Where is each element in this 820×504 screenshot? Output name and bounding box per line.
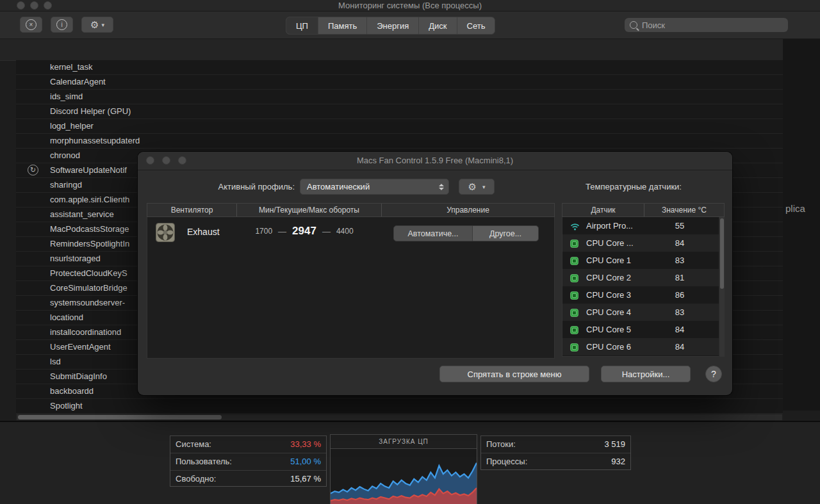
activity-monitor-toolbar: × i ⚙ ▾ ЦП Память Энергия Диск Сеть Поис… [0,12,820,39]
process-name: nsurlstoraged [50,254,101,263]
activity-monitor-titlebar: Мониторинг системы (Все процессы) [0,0,820,12]
process-name: SubmitDiagInfo [50,371,107,381]
cpu-chip-icon [570,325,580,334]
value-column-header[interactable]: Значение °C [644,204,724,216]
fan-rpm-values: 1700 — 2947 — 4400 [231,225,378,238]
sensor-name: CPU Core 2 [586,273,631,282]
sensor-column-header[interactable]: Датчик [562,204,644,216]
process-name: systemsoundserver- [50,298,125,307]
cpu-load-box: ЗАГРУЗКА ЦП [330,434,477,504]
cpu-load-chart [331,449,477,504]
minimize-window-button[interactable] [30,1,38,10]
custom-control-button[interactable]: Другое... [473,225,539,241]
cpu-chip-icon [570,343,580,352]
sensor-value: 81 [644,273,715,282]
inspect-process-button[interactable]: i [51,17,73,33]
threads-value: 3 519 [604,439,625,449]
process-row[interactable]: ids_simd [16,90,783,104]
help-button[interactable]: ? [705,366,722,382]
tab-disk[interactable]: Диск [419,17,457,34]
sensor-row[interactable]: CPU Core 386 [562,286,724,304]
window-title: Мониторинг системы (Все процессы) [0,0,820,11]
tab-memory[interactable]: Память [318,17,367,34]
scrollbar-thumb[interactable] [18,415,222,419]
sensor-value: 83 [644,307,715,317]
system-label: Система: [176,439,211,449]
search-placeholder: Поиск [642,20,665,30]
cpu-chip-icon [570,256,580,265]
horizontal-scrollbar[interactable] [16,414,783,421]
user-usage-row: Пользователь: 51,00 % [170,453,326,471]
control-column-header[interactable]: Управление [382,204,554,216]
tab-energy[interactable]: Энергия [367,17,419,34]
process-name: Spotlight [50,401,83,411]
macs-fan-control-window: Macs Fan Control 1.5.9 Free (Macmini8,1)… [138,152,732,395]
process-name: CoreSimulatorBridge [50,283,127,293]
close-window-button[interactable] [146,156,154,165]
sensor-row[interactable]: CPU Core 584 [562,321,724,338]
process-name: CalendarAgent [50,77,106,86]
sensor-row[interactable]: CPU Core 183 [562,252,724,269]
close-x-icon: × [26,19,37,30]
process-row[interactable]: Spotlight [16,399,783,414]
cpu-load-chart-area [331,449,477,504]
process-name: UserEventAgent [50,342,111,352]
idle-usage-row: Свободно: 15,67 % [170,471,326,487]
settings-button[interactable]: Настройки... [601,366,691,382]
process-name: SoftwareUpdateNotif [50,165,127,175]
tab-network[interactable]: Сеть [457,17,495,34]
hide-in-menubar-button[interactable]: Спрятать в строке меню [439,366,589,382]
rpm-column-header[interactable]: Мин/Текущие/Макс обороты [237,204,382,216]
profile-options-button[interactable]: ⚙ ▾ [459,179,495,195]
quit-process-button[interactable]: × [20,17,42,33]
process-row[interactable]: Discord Helper (GPU) [16,104,783,119]
auto-control-button[interactable]: Автоматиче... [393,225,473,241]
process-row[interactable]: logd_helper [16,119,783,134]
process-name: chronod [50,150,80,160]
process-row[interactable]: morphunassetsupdaterd [16,134,783,149]
background-text-fragment: plica [785,203,805,214]
system-usage-row: Система: 33,33 % [170,436,326,453]
scrollbar-thumb[interactable] [720,218,724,289]
screen: Мониторинг системы (Все процессы) × i ⚙ … [0,0,820,504]
profile-select[interactable]: Автоматический [300,179,449,195]
fan-column-header[interactable]: Вентилятор [147,204,237,216]
sensor-scrollbar[interactable] [719,217,725,357]
sensor-row[interactable]: CPU Core 281 [562,269,724,286]
zoom-window-button[interactable] [178,156,186,165]
zoom-window-button[interactable] [44,1,52,10]
sensor-row[interactable]: CPU Core 684 [562,338,724,355]
sensor-row[interactable]: CPU Core 483 [562,304,724,321]
cpu-chip-icon [570,291,580,300]
user-label: Пользователь: [176,457,232,466]
gear-icon: ⚙ [90,19,99,31]
sensor-value: 84 [644,325,715,334]
process-name: backboardd [50,386,94,396]
sensor-value: 84 [644,342,715,352]
minimize-window-button[interactable] [162,156,170,165]
chevron-down-icon: ▾ [482,184,486,190]
close-window-button[interactable] [17,1,25,10]
gear-icon: ⚙ [468,181,477,193]
processes-row: Процессы: 932 [481,453,630,470]
active-profile-label: Активный профиль: [138,182,295,191]
process-row[interactable]: CalendarAgent [16,75,783,90]
sensor-value: 84 [644,238,715,248]
search-input[interactable]: Поиск [625,18,788,32]
traffic-lights [17,1,52,10]
process-name: ids_simd [50,92,83,101]
sensors-title: Температурные датчики: [586,182,682,191]
tab-cpu[interactable]: ЦП [286,17,318,34]
fan-control-buttons: Автоматиче... Другое... [393,225,539,241]
cpu-chip-icon [570,273,580,282]
sensor-row[interactable]: Airport Pro...55 [562,217,724,234]
sensor-name: CPU Core 5 [586,325,631,334]
chevron-down-icon: ▾ [101,22,104,28]
options-dropdown-button[interactable]: ⚙ ▾ [81,17,113,33]
processes-value: 932 [611,457,625,466]
sensor-row[interactable]: CPU Core ...84 [562,234,724,252]
info-icon: i [56,19,67,30]
process-row[interactable]: kernel_task [16,60,783,75]
fan-table-header: Вентилятор Мин/Текущие/Макс обороты Упра… [147,203,555,217]
sensor-table-header: Датчик Значение °C [562,203,725,217]
